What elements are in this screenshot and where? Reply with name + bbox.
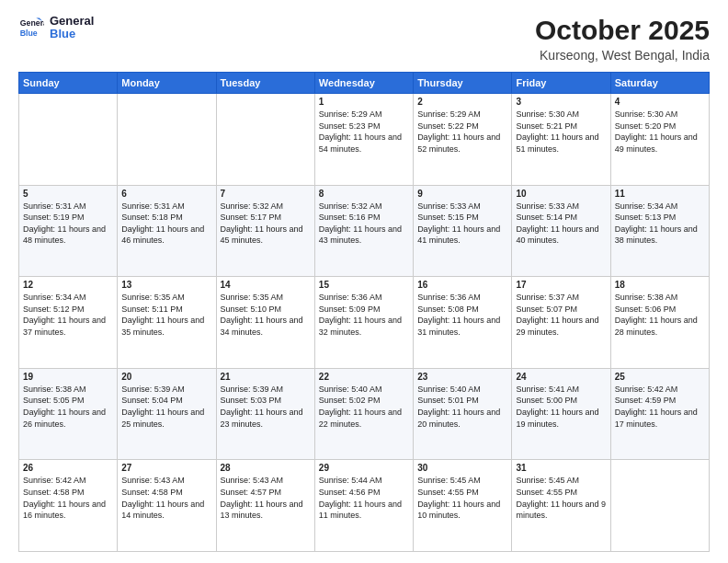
day-number: 2 <box>417 97 507 107</box>
calendar-cell: 21Sunrise: 5:39 AMSunset: 5:03 PMDayligh… <box>216 368 314 460</box>
calendar-cell: 4Sunrise: 5:30 AMSunset: 5:20 PMDaylight… <box>610 94 709 186</box>
day-number: 3 <box>516 97 606 107</box>
cell-content: Sunrise: 5:35 AMSunset: 5:11 PMDaylight:… <box>121 293 204 337</box>
day-number: 26 <box>23 463 113 473</box>
calendar-cell: 2Sunrise: 5:29 AMSunset: 5:22 PMDaylight… <box>414 94 512 186</box>
cell-content: Sunrise: 5:36 AMSunset: 5:09 PMDaylight:… <box>319 293 402 337</box>
calendar-cell: 30Sunrise: 5:45 AMSunset: 4:55 PMDayligh… <box>414 460 512 552</box>
calendar-header-monday: Monday <box>118 73 216 94</box>
calendar-cell: 29Sunrise: 5:44 AMSunset: 4:56 PMDayligh… <box>314 460 413 552</box>
day-number: 27 <box>121 463 211 473</box>
calendar-cell: 16Sunrise: 5:36 AMSunset: 5:08 PMDayligh… <box>414 277 512 369</box>
day-number: 30 <box>417 463 507 473</box>
calendar-cell: 7Sunrise: 5:32 AMSunset: 5:17 PMDaylight… <box>216 185 314 277</box>
day-number: 5 <box>23 189 113 199</box>
calendar-header-wednesday: Wednesday <box>314 73 413 94</box>
day-number: 24 <box>516 372 606 382</box>
calendar-week-3: 19Sunrise: 5:38 AMSunset: 5:05 PMDayligh… <box>19 368 710 460</box>
cell-content: Sunrise: 5:42 AMSunset: 4:59 PMDaylight:… <box>615 385 698 429</box>
day-number: 29 <box>319 463 409 473</box>
cell-content: Sunrise: 5:40 AMSunset: 5:01 PMDaylight:… <box>417 385 500 429</box>
cell-content: Sunrise: 5:33 AMSunset: 5:15 PMDaylight:… <box>417 201 500 246</box>
cell-content: Sunrise: 5:33 AMSunset: 5:14 PMDaylight:… <box>516 201 598 246</box>
logo: General Blue General Blue <box>18 15 94 41</box>
cell-content: Sunrise: 5:43 AMSunset: 4:58 PMDaylight:… <box>121 476 204 520</box>
day-number: 4 <box>615 97 705 107</box>
calendar-cell: 3Sunrise: 5:30 AMSunset: 5:21 PMDaylight… <box>512 94 610 186</box>
calendar-header-friday: Friday <box>512 73 610 94</box>
calendar-cell: 13Sunrise: 5:35 AMSunset: 5:11 PMDayligh… <box>118 277 216 369</box>
cell-content: Sunrise: 5:43 AMSunset: 4:57 PMDaylight:… <box>221 476 303 520</box>
calendar-table: SundayMondayTuesdayWednesdayThursdayFrid… <box>18 72 710 552</box>
calendar-cell: 19Sunrise: 5:38 AMSunset: 5:05 PMDayligh… <box>19 368 118 460</box>
day-number: 16 <box>417 280 507 290</box>
logo-icon: General Blue <box>18 15 44 40</box>
calendar-header-thursday: Thursday <box>414 73 512 94</box>
cell-content: Sunrise: 5:40 AMSunset: 5:02 PMDaylight:… <box>319 385 402 429</box>
day-number: 11 <box>615 189 705 199</box>
day-number: 28 <box>221 463 311 473</box>
cell-content: Sunrise: 5:45 AMSunset: 4:55 PMDaylight:… <box>516 476 606 520</box>
day-number: 15 <box>319 280 409 290</box>
calendar-header-tuesday: Tuesday <box>216 73 314 94</box>
calendar-cell <box>19 94 118 186</box>
calendar-cell: 23Sunrise: 5:40 AMSunset: 5:01 PMDayligh… <box>414 368 512 460</box>
calendar-cell: 1Sunrise: 5:29 AMSunset: 5:23 PMDaylight… <box>314 94 413 186</box>
page: General Blue General Blue October 2025 K… <box>0 0 728 563</box>
day-number: 31 <box>516 463 606 473</box>
calendar-cell: 31Sunrise: 5:45 AMSunset: 4:55 PMDayligh… <box>512 460 610 552</box>
calendar-cell <box>118 94 216 186</box>
calendar-cell: 11Sunrise: 5:34 AMSunset: 5:13 PMDayligh… <box>610 185 709 277</box>
cell-content: Sunrise: 5:35 AMSunset: 5:10 PMDaylight:… <box>221 293 303 337</box>
day-number: 7 <box>221 189 311 199</box>
subtitle: Kurseong, West Bengal, India <box>535 48 710 63</box>
calendar-cell: 14Sunrise: 5:35 AMSunset: 5:10 PMDayligh… <box>216 277 314 369</box>
calendar-week-1: 5Sunrise: 5:31 AMSunset: 5:19 PMDaylight… <box>19 185 710 277</box>
calendar-cell: 12Sunrise: 5:34 AMSunset: 5:12 PMDayligh… <box>19 277 118 369</box>
day-number: 23 <box>417 372 507 382</box>
day-number: 19 <box>23 372 113 382</box>
cell-content: Sunrise: 5:34 AMSunset: 5:12 PMDaylight:… <box>23 293 106 337</box>
calendar-week-4: 26Sunrise: 5:42 AMSunset: 4:58 PMDayligh… <box>19 460 710 552</box>
calendar-cell <box>216 94 314 186</box>
day-number: 13 <box>121 280 211 290</box>
calendar-week-0: 1Sunrise: 5:29 AMSunset: 5:23 PMDaylight… <box>19 94 710 186</box>
svg-text:Blue: Blue <box>20 29 38 38</box>
day-number: 12 <box>23 280 113 290</box>
logo-blue: Blue <box>50 28 94 40</box>
day-number: 1 <box>319 97 409 107</box>
cell-content: Sunrise: 5:39 AMSunset: 5:03 PMDaylight:… <box>221 385 303 429</box>
day-number: 25 <box>615 372 705 382</box>
header: General Blue General Blue October 2025 K… <box>18 15 710 63</box>
cell-content: Sunrise: 5:45 AMSunset: 4:55 PMDaylight:… <box>417 476 500 520</box>
cell-content: Sunrise: 5:31 AMSunset: 5:19 PMDaylight:… <box>23 201 106 246</box>
cell-content: Sunrise: 5:38 AMSunset: 5:06 PMDaylight:… <box>615 293 698 337</box>
day-number: 21 <box>221 372 311 382</box>
cell-content: Sunrise: 5:32 AMSunset: 5:17 PMDaylight:… <box>221 201 303 246</box>
calendar-cell: 9Sunrise: 5:33 AMSunset: 5:15 PMDaylight… <box>414 185 512 277</box>
logo-general: General <box>50 15 94 28</box>
calendar-cell: 8Sunrise: 5:32 AMSunset: 5:16 PMDaylight… <box>314 185 413 277</box>
title-block: October 2025 Kurseong, West Bengal, Indi… <box>535 15 710 63</box>
day-number: 22 <box>319 372 409 382</box>
calendar-cell: 22Sunrise: 5:40 AMSunset: 5:02 PMDayligh… <box>314 368 413 460</box>
calendar-cell: 15Sunrise: 5:36 AMSunset: 5:09 PMDayligh… <box>314 277 413 369</box>
cell-content: Sunrise: 5:30 AMSunset: 5:20 PMDaylight:… <box>615 109 698 154</box>
cell-content: Sunrise: 5:29 AMSunset: 5:22 PMDaylight:… <box>417 109 500 154</box>
calendar-cell: 26Sunrise: 5:42 AMSunset: 4:58 PMDayligh… <box>19 460 118 552</box>
cell-content: Sunrise: 5:36 AMSunset: 5:08 PMDaylight:… <box>417 293 500 337</box>
cell-content: Sunrise: 5:37 AMSunset: 5:07 PMDaylight:… <box>516 293 598 337</box>
cell-content: Sunrise: 5:44 AMSunset: 4:56 PMDaylight:… <box>319 476 402 520</box>
calendar-cell: 10Sunrise: 5:33 AMSunset: 5:14 PMDayligh… <box>512 185 610 277</box>
calendar-header-row: SundayMondayTuesdayWednesdayThursdayFrid… <box>19 73 710 94</box>
day-number: 14 <box>221 280 311 290</box>
calendar-cell: 18Sunrise: 5:38 AMSunset: 5:06 PMDayligh… <box>610 277 709 369</box>
day-number: 9 <box>417 189 507 199</box>
calendar-cell: 25Sunrise: 5:42 AMSunset: 4:59 PMDayligh… <box>610 368 709 460</box>
cell-content: Sunrise: 5:29 AMSunset: 5:23 PMDaylight:… <box>319 109 402 154</box>
calendar-cell: 24Sunrise: 5:41 AMSunset: 5:00 PMDayligh… <box>512 368 610 460</box>
day-number: 6 <box>121 189 211 199</box>
cell-content: Sunrise: 5:32 AMSunset: 5:16 PMDaylight:… <box>319 201 402 246</box>
day-number: 8 <box>319 189 409 199</box>
day-number: 18 <box>615 280 705 290</box>
